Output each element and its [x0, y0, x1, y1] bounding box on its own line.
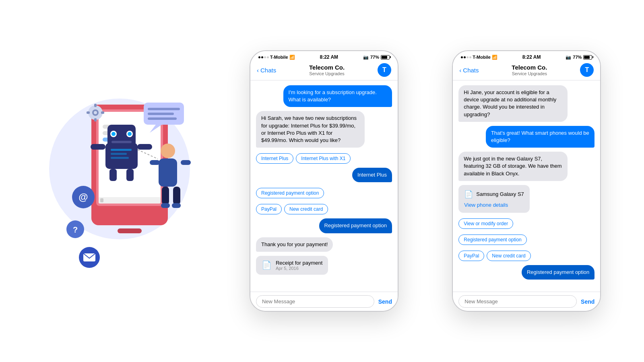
phone2-quick-replies-3: PayPal New credit card — [458, 251, 530, 261]
svg-rect-27 — [181, 160, 191, 165]
chevron-left-icon: ‹ — [257, 67, 259, 74]
phone-1: T-Mobile 📶 8:22 AM 📷 77% ‹ Chats Telecom… — [250, 50, 398, 312]
phone2-message-input[interactable] — [458, 295, 577, 308]
phone2-status-bar: T-Mobile 📶 8:22 AM 📷 77% — [453, 51, 600, 62]
phone2-battery-icon — [583, 55, 592, 60]
phone2-msg-4: Registered payment option — [458, 265, 594, 280]
svg-rect-9 — [118, 228, 142, 233]
qr-registered-payment-2[interactable]: Registered payment option — [458, 234, 526, 245]
qr-internet-plus[interactable]: Internet Plus — [256, 153, 293, 164]
phone1-bubble-1: I'm looking for a subscription upgrade. … — [283, 85, 392, 107]
phone1-send-button[interactable]: Send — [378, 298, 392, 305]
phone1-bubble-2: Hi Sarah, we have two new subscriptions … — [256, 111, 365, 148]
phone1-bubble-5: Thank you for your payment! — [256, 237, 333, 252]
phone2-input-bar: Send — [453, 292, 600, 311]
phone2-chevron-left-icon: ‹ — [459, 67, 461, 74]
phone1-chat-area: I'm looking for a subscription upgrade. … — [250, 80, 398, 292]
phone2-nav-title: Telecom Co. — [512, 64, 547, 71]
phone1-quick-replies-2: Registered payment option — [256, 188, 324, 198]
phone2-battery-fill — [584, 56, 590, 59]
phone2-nav-center: Telecom Co. Service Upgrades — [512, 64, 547, 76]
phone2-avatar-letter: T — [585, 66, 589, 74]
phone1-receipt-date: Apr 5, 2016 — [276, 266, 322, 271]
phone1-message-input[interactable] — [256, 295, 374, 308]
phone1-input-bar: Send — [250, 292, 398, 311]
phone1-quick-replies-3: PayPal New credit card — [256, 204, 328, 214]
svg-rect-21 — [137, 144, 152, 150]
phone1-back-button[interactable]: ‹ Chats — [257, 67, 276, 74]
svg-text:@: @ — [78, 191, 88, 202]
svg-rect-17 — [111, 149, 132, 151]
phone1-receipt-name: Receipt for payment — [276, 260, 322, 266]
phone2-wifi-icon: 📶 — [492, 55, 497, 60]
svg-rect-19 — [111, 157, 129, 159]
phone1-nav-subtitle: Service Upgrades — [309, 71, 345, 76]
svg-rect-30 — [161, 203, 170, 208]
phone1-nav-center: Telecom Co. Service Upgrades — [309, 64, 345, 76]
phone2-send-button[interactable]: Send — [581, 298, 594, 305]
phone1-battery: 77% — [370, 55, 379, 60]
phone1-msg-4: Registered payment option — [256, 218, 392, 233]
dot1 — [258, 56, 260, 58]
svg-rect-47 — [94, 104, 97, 107]
svg-rect-7 — [99, 197, 161, 204]
phone2-view-details-link[interactable]: View phone details — [464, 202, 508, 208]
svg-point-15 — [128, 132, 132, 136]
svg-rect-49 — [87, 111, 90, 114]
phone1-attachment: 📄 Receipt for payment Apr 5, 2016 — [256, 256, 392, 275]
phone2-bubble-1: Hi Jane, your account is eligible for a … — [458, 85, 567, 122]
svg-rect-42 — [148, 113, 174, 115]
phone1-msg-2: Hi Sarah, we have two new subscriptions … — [256, 111, 392, 148]
phone2-phone-card: 📄 Samsung Galaxy S7 View phone details — [458, 185, 594, 213]
phone1-msg-3: Internet Plus — [256, 168, 392, 182]
phone1-qr-3: PayPal New credit card — [256, 202, 392, 214]
svg-rect-48 — [94, 118, 97, 121]
phone-card-icon: 📄 — [464, 190, 473, 199]
phone1-receipt: 📄 Receipt for payment Apr 5, 2016 — [256, 256, 328, 275]
illustration-area: @ ? — [43, 40, 196, 322]
phone2-card: 📄 Samsung Galaxy S7 View phone details — [458, 185, 530, 213]
phone2-msg-1: Hi Jane, your account is eligible for a … — [458, 85, 594, 122]
phone2-bubble-2: That's great! What smart phones would be… — [486, 126, 594, 148]
dot4 — [267, 56, 269, 58]
svg-rect-50 — [101, 111, 104, 114]
phone2-nav-subtitle: Service Upgrades — [512, 71, 547, 76]
svg-rect-31 — [172, 203, 181, 208]
phone2-bluetooth-icon: 📷 — [566, 55, 571, 60]
svg-rect-26 — [150, 160, 160, 165]
qr-registered-payment-1[interactable]: Registered payment option — [256, 188, 324, 198]
phone2-avatar[interactable]: T — [580, 63, 594, 77]
phone1-status-right: 📷 77% — [363, 55, 390, 60]
phone2-status-left: T-Mobile 📶 — [461, 55, 497, 60]
svg-rect-22 — [109, 169, 117, 181]
phone2-dot2 — [464, 56, 466, 58]
phone2-qr-3: PayPal New credit card — [458, 249, 594, 261]
phone2-signal-dots — [461, 56, 471, 58]
phone2-bubble-4: Registered payment option — [522, 265, 594, 280]
page-container: @ ? — [0, 0, 644, 362]
document-icon: 📄 — [262, 260, 272, 270]
phone1-back-label: Chats — [260, 67, 276, 74]
svg-point-24 — [161, 144, 175, 158]
qr-paypal-2[interactable]: PayPal — [458, 251, 484, 261]
svg-rect-25 — [159, 158, 177, 187]
phone1-msg-1: I'm looking for a subscription upgrade. … — [256, 85, 392, 107]
qr-paypal-1[interactable]: PayPal — [256, 204, 282, 214]
svg-rect-28 — [162, 187, 169, 205]
svg-text:?: ? — [73, 225, 78, 234]
phone-2: T-Mobile 📶 8:22 AM 📷 77% ‹ Chats Telecom… — [452, 50, 601, 312]
wifi-icon: 📶 — [289, 55, 295, 60]
svg-rect-8 — [100, 198, 103, 202]
phone2-msg-2: That's great! What smart phones would be… — [458, 126, 594, 148]
qr-new-credit-card-2[interactable]: New credit card — [487, 251, 530, 261]
qr-new-credit-card-1[interactable]: New credit card — [284, 204, 328, 214]
svg-rect-16 — [111, 141, 132, 143]
phone1-nav-title: Telecom Co. — [309, 64, 345, 71]
phone1-avatar[interactable]: T — [378, 63, 391, 77]
qr-internet-plus-x1[interactable]: Internet Plus with X1 — [296, 153, 351, 164]
svg-rect-18 — [111, 153, 127, 155]
phone2-msg-3: We just got in the new Galaxy S7, featur… — [458, 152, 594, 181]
phone2-back-button[interactable]: ‹ Chats — [459, 67, 479, 74]
qr-view-modify-order[interactable]: View or modify order — [458, 218, 513, 229]
phone2-chat-area: Hi Jane, your account is eligible for a … — [453, 80, 600, 292]
